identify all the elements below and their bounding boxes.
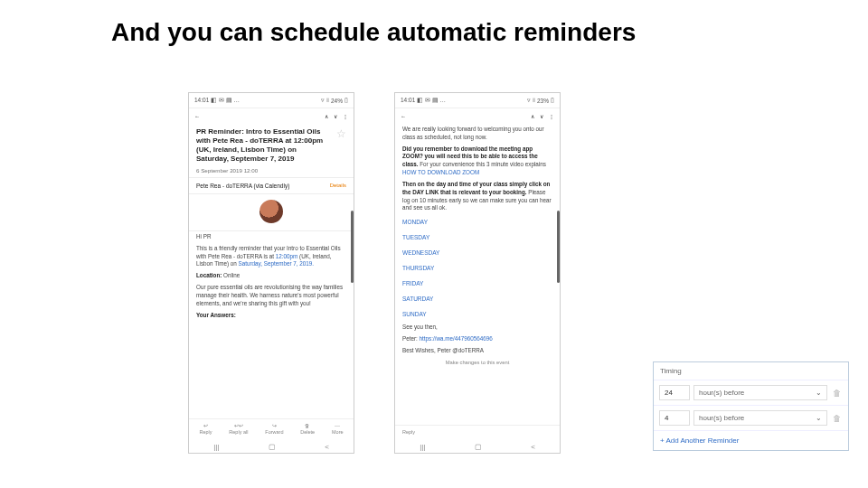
day-tuesday[interactable]: TUESDAY (395, 230, 560, 245)
status-signal: ▿ ⫴ (321, 97, 329, 104)
answers-heading: Your Answers: (189, 310, 354, 322)
day-sunday[interactable]: SUNDAY (395, 306, 560, 322)
daylink-paragraph: Then on the day and time of your class s… (395, 179, 560, 214)
reminder-unit-select[interactable]: hour(s) before ⌄ (693, 385, 827, 400)
greeting: Hi PR (189, 231, 354, 243)
delete-reminder-icon[interactable]: 🗑 (831, 414, 843, 423)
forward-button[interactable]: ↪Forward (265, 423, 283, 435)
details-link[interactable]: Details (330, 183, 346, 189)
status-icons: ◧ ✉ ▤ … (211, 97, 240, 103)
home-icon[interactable]: ▢ (475, 443, 482, 451)
reminder-row-1: 24 hour(s) before ⌄ 🗑 (654, 380, 848, 406)
delete-reminder-icon[interactable]: 🗑 (831, 389, 843, 398)
signature-line: Peter: https://wa.me/447960564696 (395, 333, 560, 345)
back-softkey-icon[interactable]: < (325, 443, 329, 451)
email-sender: Pete Rea - doTERRA (via Calendly) (196, 183, 289, 189)
replyall-button[interactable]: ↩↩Reply all (229, 423, 248, 435)
next-icon[interactable]: ∨ (540, 113, 543, 119)
intro-paragraph: We are really looking forward to welcomi… (395, 124, 560, 144)
reminder-paragraph: This is a friendly reminder that your In… (189, 243, 354, 270)
timing-header: Timing (654, 362, 848, 380)
email-toolbar: ← ∧ ∨ ⋮ (189, 108, 354, 124)
day-saturday[interactable]: SATURDAY (395, 291, 560, 306)
status-battery: 24% (331, 98, 343, 104)
android-softkeys: ||| ▢ < (189, 440, 354, 453)
see-you: See you then, (395, 322, 560, 333)
reply-button[interactable]: ↩Reply (199, 423, 212, 435)
delete-button[interactable]: 🗑Delete (300, 423, 315, 435)
day-thursday[interactable]: THURSDAY (395, 260, 560, 276)
reminder-amount-input[interactable]: 4 (659, 410, 690, 426)
reminder-unit-select[interactable]: hour(s) before ⌄ (693, 410, 827, 426)
back-softkey-icon[interactable]: < (531, 443, 535, 451)
next-icon[interactable]: ∨ (334, 113, 337, 119)
reminder-amount-input[interactable]: 24 (659, 385, 690, 400)
email-toolbar: ← ∧ ∨ ⋮ (395, 108, 560, 124)
day-monday[interactable]: MONDAY (395, 214, 560, 230)
back-icon[interactable]: ← (194, 113, 200, 119)
status-bar: 14:01 ◧ ✉ ▤ … ▿ ⫴ 23% ▯ (395, 93, 560, 108)
day-friday[interactable]: FRIDAY (395, 276, 560, 291)
add-reminder-link[interactable]: + Add Another Reminder (654, 431, 848, 450)
event-footer[interactable]: Make changes to this event (395, 357, 560, 368)
location-line: Location: Online (189, 270, 354, 282)
prev-icon[interactable]: ∧ (325, 113, 328, 119)
scrollbar[interactable] (557, 211, 560, 283)
avatar (259, 200, 283, 223)
email-subject: PR Reminder: Intro to Essential Oils wit… (196, 127, 331, 164)
recents-icon[interactable]: ||| (420, 443, 425, 451)
day-wednesday[interactable]: WEDNESDAY (395, 245, 560, 260)
reply-button[interactable]: Reply (397, 429, 558, 435)
status-battery: 23% (537, 98, 549, 104)
star-icon[interactable]: ☆ (336, 127, 346, 164)
best-wishes: Best Wishes, Peter @doTERRA (395, 345, 560, 357)
chevron-down-icon: ⌄ (816, 389, 822, 397)
scrollbar[interactable] (351, 211, 354, 283)
status-signal: ▿ ⫴ (527, 97, 535, 104)
android-softkeys: ||| ▢ < (395, 440, 560, 453)
status-bar: 14:01 ◧ ✉ ▤ … ▿ ⫴ 24% ▯ (189, 93, 354, 108)
phone-screenshot-2: 14:01 ◧ ✉ ▤ … ▿ ⫴ 23% ▯ ← ∧ ∨ ⋮ We are r… (394, 92, 561, 454)
status-time: 14:01 (194, 97, 209, 103)
prev-icon[interactable]: ∧ (531, 113, 534, 119)
status-icons: ◧ ✉ ▤ … (417, 97, 446, 103)
email-date: 6 September 2019 12:00 (189, 167, 354, 177)
email-action-bar: Reply (395, 425, 560, 438)
timing-panel: Timing 24 hour(s) before ⌄ 🗑 4 hour(s) b… (653, 361, 849, 451)
email-action-bar: ↩Reply ↩↩Reply all ↪Forward 🗑Delete ⋯Mor… (189, 418, 354, 438)
recents-icon[interactable]: ||| (213, 443, 219, 451)
chevron-down-icon: ⌄ (816, 414, 822, 422)
more-button[interactable]: ⋯More (332, 423, 344, 435)
more-icon[interactable]: ⋮ (549, 113, 554, 119)
reminder-row-2: 4 hour(s) before ⌄ 🗑 (654, 406, 848, 431)
phone-screenshot-1: 14:01 ◧ ✉ ▤ … ▿ ⫴ 24% ▯ ← ∧ ∨ ⋮ PR Remin… (188, 92, 354, 454)
pitch-paragraph: Our pure essential oils are revolutionis… (189, 282, 354, 309)
page-title: And you can schedule automatic reminders (111, 18, 636, 47)
back-icon[interactable]: ← (401, 113, 406, 119)
home-icon[interactable]: ▢ (269, 443, 276, 451)
status-time: 14:01 (401, 97, 415, 103)
more-icon[interactable]: ⋮ (343, 113, 348, 119)
zoom-paragraph: Did you remember to download the meeting… (395, 144, 560, 179)
